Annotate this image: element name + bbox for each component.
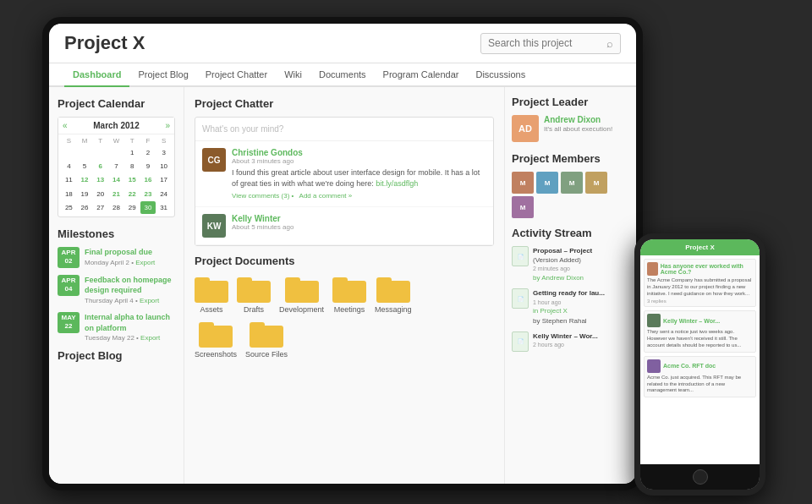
folder-screenshots[interactable]: Screenshots [195,320,237,359]
tablet-device: Project X ⌕ Dashboard Project Blog Proje… [42,17,643,490]
folder-development[interactable]: Development [279,276,324,314]
folders-grid: Assets Drafts Development Meetings [195,276,494,314]
leader-section-title: Project Leader [512,96,629,108]
folder-assets[interactable]: Assets [195,276,228,314]
phone-post-author-3: Acme Co. RFT doc [663,363,716,369]
leader-card: AD Andrew Dixon It's all about execution… [512,115,629,142]
folder-label-sourcefiles: Source Files [245,350,288,359]
phone-post-text-1: The Acme Company has submitted a proposa… [647,277,753,297]
folder-icon-sourcefiles [250,320,283,348]
phone-avatar-3 [647,359,661,373]
members-section-title: Project Members [512,152,629,165]
post-content-2: Kelly Winter About 5 minutes ago [232,214,486,238]
member-1[interactable]: M [512,172,534,194]
post-time-1: About 3 minutes ago [232,157,486,165]
middle-column: Project Chatter What's on your mind? CG … [184,87,505,484]
milestone-item-1: APR 02 Final proposal due Monday April 2… [58,247,175,268]
folder-icon-drafts [237,276,271,303]
phone-post-text-2: They sent a notice just two weeks ago. H… [647,329,753,348]
tab-dashboard[interactable]: Dashboard [64,63,129,87]
member-4[interactable]: M [585,172,607,194]
milestone-badge-3: MAY 22 [58,312,80,333]
folder-sourcefiles[interactable]: Source Files [245,320,288,359]
folder-label-drafts: Drafts [244,305,264,314]
activity-item-3: 📄 Kelly Winter – Wor... 2 hours ago [512,331,629,352]
phone-bottom-bar [640,464,760,490]
activity-doc-icon-1: 📄 [512,246,529,266]
search-bar[interactable]: ⌕ [480,33,621,54]
post-content-1: Christine Gondos About 3 minutes ago I f… [232,148,486,200]
member-2[interactable]: M [536,172,558,194]
post-author-1[interactable]: Christine Gondos [232,148,486,157]
phone-post-author-2: Kelly Winter – Wor... [663,318,720,324]
member-5[interactable]: M [512,196,534,218]
chatter-post-1: CG Christine Gondos About 3 minutes ago … [195,141,493,207]
project-leader-section: Project Leader AD Andrew Dixon It's all … [512,96,629,142]
folder-label-development: Development [279,305,324,314]
documents-section-title: Project Documents [195,255,494,267]
right-column: Project Leader AD Andrew Dixon It's all … [505,87,636,484]
chatter-input-placeholder[interactable]: What's on your mind? [195,118,493,141]
activity-section-title: Activity Stream [512,227,629,239]
folder-icon-assets [195,276,228,303]
folder-messaging[interactable]: Messaging [375,276,412,314]
post-actions-1[interactable]: View comments (3) • Add a comment » [232,192,486,200]
folder-label-assets: Assets [200,305,222,314]
phone-post-author-1: Has anyone ever worked with Acme Co.? [661,263,753,275]
phone-device: Project X Has anyone ever worked with Ac… [634,233,765,496]
activity-item-2: 📄 Getting ready for lau... 1 hour ago in… [512,288,629,325]
calendar-grid: S M T W T F S [58,134,174,216]
phone-post-header-3: Acme Co. RFT doc [647,359,753,373]
phone-avatar-2 [647,314,661,327]
milestone-badge-1: APR 02 [58,247,80,268]
members-row: M M M M M [512,172,629,218]
phone-post-header-2: Kelly Winter – Wor... [647,314,753,327]
activity-doc-icon-3: 📄 [512,331,529,352]
tab-wiki[interactable]: Wiki [276,63,310,85]
tab-project-chatter[interactable]: Project Chatter [197,63,276,85]
phone-content: Has anyone ever worked with Acme Co.? Th… [640,255,760,472]
tablet-screen: Project X ⌕ Dashboard Project Blog Proje… [49,24,636,484]
phone-header: Project X [640,239,760,255]
tab-program-calendar[interactable]: Program Calendar [375,63,468,85]
calendar-month: March 2012 [93,121,139,130]
milestone-text-3: Internal alpha to launch on platform Tue… [85,312,175,342]
leader-avatar: AD [512,115,539,142]
calendar-section-title: Project Calendar [58,97,175,110]
leader-desc: It's all about execution! [544,125,612,133]
folders-grid-2: Screenshots Source Files [195,320,494,359]
chatter-section-title: Project Chatter [195,97,494,110]
avatar-christine: CG [202,148,226,172]
calendar-day-headers: S M T W T F S [61,137,172,145]
tab-project-blog[interactable]: Project Blog [129,63,196,85]
search-icon: ⌕ [606,37,613,50]
activity-item-1: 📄 Proposal – Project (Version Added) 2 m… [512,246,629,282]
folder-label-screenshots: Screenshots [195,350,237,359]
leader-name[interactable]: Andrew Dixon [544,115,612,124]
post-time-2: About 5 minutes ago [232,223,486,231]
folder-drafts[interactable]: Drafts [237,276,271,314]
calendar-prev[interactable]: « [63,121,68,130]
folder-icon-meetings [332,276,366,303]
activity-doc-icon-2: 📄 [512,288,529,309]
calendar-next[interactable]: » [165,121,170,130]
phone-home-button[interactable] [693,469,708,485]
project-blog-title: Project Blog [58,349,175,362]
app-header: Project X ⌕ [49,24,636,63]
post-author-2[interactable]: Kelly Winter [232,214,486,223]
tab-discussions[interactable]: Discussions [467,63,534,85]
phone-post-1: Has anyone ever worked with Acme Co.? Th… [644,259,756,307]
tab-documents[interactable]: Documents [310,63,375,85]
milestones-section-title: Milestones [58,227,175,240]
search-input[interactable] [488,37,606,49]
phone-avatar-1 [647,262,658,276]
folder-meetings[interactable]: Meetings [332,276,366,314]
chatter-post-2: KW Kelly Winter About 5 minutes ago [195,207,493,245]
app-title: Project X [64,32,145,54]
folder-icon-development [285,276,319,303]
nav-tabs: Dashboard Project Blog Project Chatter W… [49,63,636,87]
member-3[interactable]: M [561,172,583,194]
phone-post-3: Acme Co. RFT doc Acme Co. just acquired.… [644,356,756,397]
milestone-item-3: MAY 22 Internal alpha to launch on platf… [58,312,175,342]
activity-section: Activity Stream 📄 Proposal – Project (Ve… [512,227,629,352]
